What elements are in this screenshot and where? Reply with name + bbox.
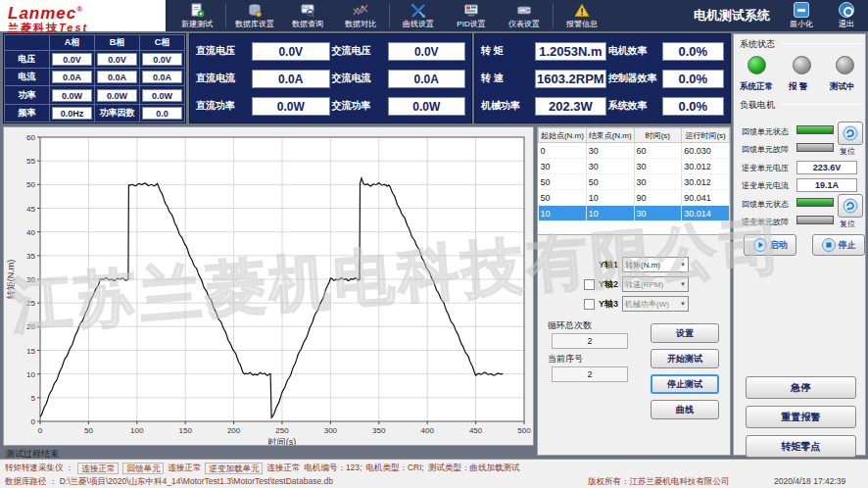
cycle-total-value: 2 [552,333,628,349]
steps-col-header: 时间(s) [634,128,682,143]
start-button[interactable]: 启动 [744,234,796,256]
meter-settings-icon [516,3,532,18]
phase-measurements-panel: A相B相C相电压0.0V0.0V0.0V电流0.0A0.0A0.0A功率0.0W… [3,33,186,123]
status-segment: 转矩转速采集仪 ： [5,463,73,474]
toolbar-separator [225,4,226,27]
feedback-unit-fault-label: 回馈单元故障 [742,144,789,155]
svg-text:50: 50 [84,426,93,435]
phase-value: 0.0V [142,53,182,66]
exit-button[interactable]: 退出 [825,1,868,30]
minimize-button[interactable]: 最小化 [780,1,823,30]
logo-text: Lanmec® [8,1,158,22]
measurement-value: 0.0A [388,70,466,88]
start-test-button[interactable]: 开始测试 [651,349,719,368]
svg-text:20: 20 [26,322,35,331]
phase-value: 0.0A [97,71,137,83]
toolbar-item-data-query[interactable]: 数据查询 [281,0,334,31]
settings-button[interactable]: 设置 [651,323,719,343]
measurement-row: 电机效率0.0% [608,38,724,64]
status-segment: 电机编号：123; [304,463,362,474]
inverter-current-label: 逆变单元电流 [742,180,789,191]
measurement-value: 0.0W [252,97,330,116]
feedback-unit-status-bar [796,125,834,134]
reset-button-2[interactable] [838,194,863,218]
measurement-row: 直流电压0.0V [196,38,330,64]
reset-button-1[interactable] [838,122,863,145]
steps-row[interactable]: 0306060.030 [539,143,730,159]
y-axis-2-checkbox[interactable] [584,279,595,290]
curve-button[interactable]: 曲线 [651,400,719,419]
svg-text:30: 30 [26,275,35,284]
toolbar-item-alarm-info[interactable]: 报警信息 [555,0,608,31]
y-axis-2-select[interactable]: 转速(RPM) ▼ [622,276,689,292]
top-bar: Lanmec® 兰菱科技Test 新建测试数据库设置数据查询数据对比曲线设置PI… [0,0,868,31]
status-segment: 电机类型：CRI; [365,463,424,474]
svg-text:35: 35 [26,252,35,261]
feedback-unit-fault-bar [796,143,834,152]
toolbar-item-pid-settings[interactable]: PID设置 [445,0,498,31]
phase-col-header: A相 [50,35,95,51]
y-axis-label: 转矩(N.m) [6,260,16,300]
measurement-value: 0.0V [252,42,330,61]
svg-text:10: 10 [26,370,35,379]
datetime: 2020/4/18 17:42:39 [774,476,845,486]
power-factor-value: 0.0 [142,107,182,120]
led-label: 系统正常 [740,81,773,93]
system-status-title: 系统状态 [740,38,775,51]
database-settings-icon [247,3,263,18]
new-test-icon [189,3,205,18]
measurement-row: 转 矩1.2053N.m [481,38,606,64]
steps-col-header: 结束点(N.m) [586,128,634,143]
toolbar-item-meter-settings[interactable]: 仪表设置 [498,0,551,31]
y-axis-3-checkbox[interactable] [584,299,595,310]
measurement-value: 0.0% [662,97,724,116]
reset-alarm-button[interactable]: 重置报警 [746,406,856,428]
led-label: 测试中 [830,81,855,93]
feedback-unit-status-label: 回馈单元状态 [742,126,789,137]
steps-row[interactable]: 50109090.041 [539,190,730,206]
test-control-section: 起始点(N.m)结束点(N.m)时间(s)运行时间(s)0306060.0303… [537,126,731,456]
torque-zero-button[interactable]: 转矩零点 [746,435,856,458]
toolbar-item-database-settings[interactable]: 数据库设置 [228,0,281,31]
svg-text:200: 200 [227,426,241,435]
copyright: 版权所有：江苏兰菱机电科技有限公司 [588,476,730,488]
phase-row: 电压0.0V0.0V0.0V [5,50,185,68]
y-axis-3-select[interactable]: 机械功率(W) ▼ [622,296,689,312]
measurement-row: 控制器效率0.0% [608,66,724,91]
db-path: 数据库路径 ： D:\兰菱\项目\2020\山东中科4_14\MotorTest… [5,476,333,488]
minimize-icon [794,2,809,18]
load-steps-table-wrap: 起始点(N.m)结束点(N.m)时间(s)运行时间(s)0306060.0303… [538,127,730,235]
steps-row[interactable]: 50503030.012 [539,174,730,190]
status-segment: 逆变加载单元 [205,463,263,474]
phase-value: 0.0W [52,89,92,102]
phase-row: 电流0.0A0.0A0.0A [5,69,185,86]
phase-value: 0.0A [52,71,92,83]
load-motor-title: 负载电机 [740,99,775,112]
y-axis-1-row: Y轴1 转矩(N.m) ▼ [599,257,689,272]
svg-text:350: 350 [372,426,386,435]
toolbar-item-new-test[interactable]: 新建测试 [170,0,223,31]
status-segment: 回馈单元 [122,463,164,474]
frequency-value: 0.0Hz [52,107,92,120]
measurement-value: 202.3W [535,97,606,116]
y-axis-1-select[interactable]: 转矩(N.m) ▼ [622,257,689,272]
current-index-label: 当前序号 [548,353,583,366]
y-axis-2-row: Y轴2 转速(RPM) ▼ [584,276,689,292]
chevron-down-icon: ▼ [680,262,686,268]
dc-ac-measurements-panel: 直流电压0.0V交流电压0.0V直流电流0.0A交流电流0.0A直流功率0.0W… [189,33,472,123]
phase-col-header: C相 [140,35,185,51]
y-axis-1-label: Y轴1 [599,259,618,271]
inverter-voltage-label: 逆变单元电压 [742,163,789,173]
toolbar-item-data-compare[interactable]: 数据对比 [334,0,387,31]
steps-row[interactable]: 30303030.012 [539,159,730,174]
emergency-stop-button[interactable]: 急停 [746,376,856,399]
stop-button[interactable]: 停止 [812,234,865,256]
steps-col-header: 起始点(N.m) [539,128,587,143]
phase-table: A相B相C相电压0.0V0.0V0.0V电流0.0A0.0A0.0A功率0.0W… [4,34,185,122]
toolbar-item-curve-settings[interactable]: 曲线设置 [392,0,445,31]
svg-text:300: 300 [324,426,338,435]
status-bar: 转矩转速采集仪 ：连接正常回馈单元连接正常逆变加载单元连接正常电机编号：123;… [0,459,868,488]
steps-row[interactable]: 10103030.014 [539,206,730,221]
stop-test-button[interactable]: 停止测试 [651,374,719,394]
measurement-value: 1.2053N.m [535,42,606,61]
